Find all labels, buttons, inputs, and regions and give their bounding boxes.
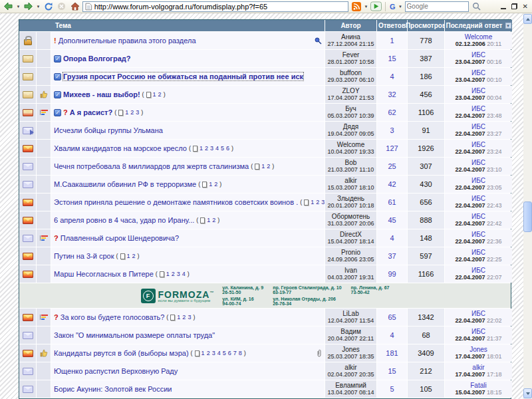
forward-dropdown-icon[interactable]: ▼ bbox=[36, 1, 41, 12]
go-first-new-post-icon[interactable]: ✓ bbox=[54, 109, 61, 116]
stop-button[interactable] bbox=[56, 1, 67, 12]
thread-title-link[interactable]: Борис Акунин: Золотой век России bbox=[54, 385, 172, 393]
thread-title-link[interactable]: А я расист? bbox=[70, 108, 112, 116]
replies-count[interactable]: 3 bbox=[390, 126, 394, 134]
thread-title-link[interactable]: Исчезли бойцы группы Ульмана bbox=[54, 126, 163, 134]
page-number-link[interactable]: 4 bbox=[215, 145, 219, 152]
header-author[interactable]: Автор bbox=[325, 20, 376, 31]
page-number-link[interactable]: 3 bbox=[321, 199, 325, 205]
header-lastpost[interactable]: Последний ответ▼ bbox=[445, 20, 512, 31]
thread-title-link[interactable]: Ющенко распустил Верховную Раду bbox=[54, 367, 178, 375]
scrollbar-thumb[interactable] bbox=[523, 201, 532, 232]
page-number-link[interactable]: 3 bbox=[188, 314, 191, 321]
lastpost-user[interactable]: ИБС bbox=[471, 196, 485, 202]
page-number-link[interactable]: 2 bbox=[130, 109, 134, 116]
page-number-link[interactable]: 2 bbox=[207, 350, 210, 356]
lastpost-user[interactable]: alkir bbox=[472, 364, 484, 371]
page-number-link[interactable]: 2 bbox=[132, 253, 136, 259]
go-first-new-post-icon[interactable]: ✓ bbox=[54, 91, 61, 98]
page-number-link[interactable]: 1 bbox=[261, 163, 265, 170]
page-number-link[interactable]: 2 bbox=[316, 199, 319, 205]
forward-button[interactable] bbox=[23, 1, 34, 12]
restore-button[interactable] bbox=[511, 3, 517, 9]
author-name[interactable]: Fever bbox=[342, 52, 360, 59]
google-search-input[interactable] bbox=[407, 3, 467, 10]
thread-title-link[interactable]: Плавленный сырок Шендеровича? bbox=[61, 234, 179, 242]
page-number-link[interactable]: 2 bbox=[182, 314, 186, 321]
page-number-link[interactable]: 2 bbox=[214, 181, 217, 188]
thread-title-link[interactable]: За кого вы будете голосовать? bbox=[61, 313, 165, 321]
google-logo-icon[interactable]: G bbox=[389, 3, 396, 11]
header-views[interactable]: Просмотров bbox=[408, 20, 444, 31]
lastpost-user[interactable]: ИБС bbox=[471, 124, 485, 130]
page-number-link[interactable]: 1 bbox=[166, 271, 170, 277]
minimize-button[interactable] bbox=[501, 4, 506, 9]
page-number-link[interactable]: 3 bbox=[210, 145, 213, 152]
replies-count[interactable]: 25 bbox=[388, 162, 396, 170]
lastpost-user[interactable]: Fatali bbox=[470, 382, 486, 389]
replies-count[interactable]: 15 bbox=[388, 367, 396, 375]
page-number-link[interactable]: 3 bbox=[177, 271, 180, 277]
sort-order-icon[interactable]: ▼ bbox=[505, 23, 511, 29]
thread-title-link[interactable]: Чечня потребовала 8 миллиардов для жертв… bbox=[54, 162, 249, 170]
replies-count[interactable]: 1 bbox=[390, 37, 394, 45]
lastpost-user[interactable]: ИБС bbox=[471, 329, 485, 335]
thread-title-link[interactable]: 6 апреля ровно в 4 часа, удар по Ирану..… bbox=[54, 216, 194, 224]
replies-count[interactable]: 4 bbox=[390, 331, 394, 339]
lastpost-user[interactable]: ИБС bbox=[471, 106, 485, 112]
author-name[interactable]: alkir bbox=[344, 364, 356, 371]
page-number-link[interactable]: 2 bbox=[267, 163, 270, 170]
lastpost-user[interactable]: ИБС bbox=[471, 88, 485, 94]
page-number-link[interactable]: 1 bbox=[207, 217, 210, 223]
lastpost-user[interactable]: ИБС bbox=[471, 178, 485, 184]
author-name[interactable]: ZLOY bbox=[342, 88, 359, 94]
page-number-link[interactable]: 2 bbox=[158, 91, 162, 98]
replies-count[interactable]: 99 bbox=[388, 270, 396, 278]
page-number-link[interactable]: 3 bbox=[136, 109, 139, 116]
page-number-link[interactable]: 2 bbox=[172, 271, 175, 277]
author-name[interactable]: Jones bbox=[342, 346, 360, 353]
page-number-link[interactable]: 1 bbox=[311, 199, 314, 205]
page-number-link[interactable]: 1 bbox=[200, 145, 203, 152]
author-name[interactable]: Обормотень bbox=[332, 213, 370, 220]
author-name[interactable]: Bob bbox=[345, 160, 357, 166]
page-number-link[interactable]: 4 bbox=[182, 271, 186, 277]
search-icon[interactable] bbox=[471, 1, 482, 12]
lastpost-user[interactable]: ИБС bbox=[471, 142, 485, 148]
lastpost-user[interactable]: ИБС bbox=[471, 311, 485, 317]
author-name[interactable]: Злыдень bbox=[337, 196, 364, 202]
replies-count[interactable]: 42 bbox=[388, 180, 396, 188]
address-bar[interactable] bbox=[82, 1, 348, 12]
replies-count[interactable]: 5 bbox=[390, 385, 394, 393]
lastpost-user[interactable]: ИБС bbox=[471, 160, 485, 166]
author-name[interactable]: Ivan bbox=[344, 267, 357, 274]
lastpost-user[interactable]: ИБС bbox=[471, 52, 485, 59]
author-name[interactable]: Welcome bbox=[337, 142, 365, 148]
author-name[interactable]: LiLab bbox=[342, 311, 358, 317]
author-name[interactable]: Pronio bbox=[341, 249, 360, 256]
home-button[interactable] bbox=[69, 1, 80, 12]
author-name[interactable]: Буч bbox=[345, 106, 356, 112]
replies-count[interactable]: 4 bbox=[390, 234, 394, 242]
author-name[interactable]: Анина bbox=[341, 34, 360, 41]
page-number-link[interactable]: 3 bbox=[212, 350, 215, 356]
lastpost-user[interactable]: ИБС bbox=[471, 231, 485, 238]
replies-count[interactable]: 15 bbox=[388, 55, 396, 63]
replies-count[interactable]: 127 bbox=[386, 144, 398, 152]
vertical-scrollbar[interactable] bbox=[523, 13, 532, 399]
replies-count[interactable]: 65 bbox=[388, 313, 396, 321]
page-number-link[interactable]: 1 bbox=[209, 181, 212, 188]
thread-title-link[interactable]: Опора Волгоград? bbox=[63, 55, 130, 63]
page-number-link[interactable]: 1 bbox=[153, 91, 156, 98]
lastpost-user[interactable]: ИБС bbox=[471, 249, 485, 256]
google-search-box[interactable] bbox=[405, 1, 469, 12]
replies-count[interactable]: 61 bbox=[388, 198, 396, 206]
page-number-link[interactable]: 4 bbox=[217, 350, 221, 356]
google-dropdown-icon[interactable]: ▼ bbox=[398, 1, 403, 12]
thread-title-link[interactable]: Эстония приняла решение о демонтаже памя… bbox=[54, 198, 298, 206]
scroll-up-button[interactable] bbox=[523, 14, 532, 24]
page-number-link[interactable]: 1 bbox=[201, 350, 205, 356]
replies-count[interactable]: 181 bbox=[386, 349, 398, 357]
page-number-link[interactable]: 1 bbox=[127, 253, 130, 259]
header-topic[interactable]: Тема bbox=[19, 20, 325, 31]
